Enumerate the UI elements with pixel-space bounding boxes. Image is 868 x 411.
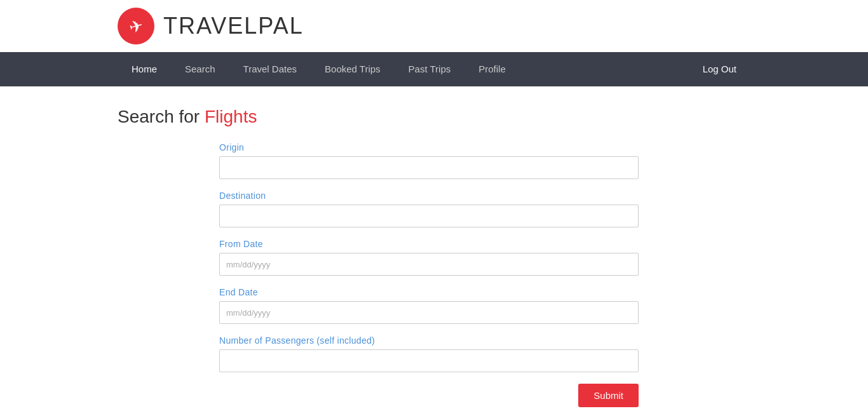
heading-for: for bbox=[174, 107, 205, 126]
main-content: Search for Flights Origin Destination Fr… bbox=[0, 86, 868, 411]
from-date-input[interactable] bbox=[219, 253, 639, 276]
nav-home[interactable]: Home bbox=[118, 52, 171, 86]
navbar: Home Search Travel Dates Booked Trips Pa… bbox=[0, 52, 868, 86]
passengers-group: Number of Passengers (self included) bbox=[219, 335, 639, 372]
logo-area: ✈ TRAVELPAL bbox=[0, 0, 868, 52]
from-date-group: From Date bbox=[219, 239, 639, 276]
nav-booked-trips[interactable]: Booked Trips bbox=[311, 52, 395, 86]
heading-flights: Flights bbox=[205, 107, 257, 126]
page-title: Search for Flights bbox=[118, 107, 750, 127]
destination-group: Destination bbox=[219, 191, 639, 227]
end-date-label: End Date bbox=[219, 287, 639, 297]
origin-input[interactable] bbox=[219, 156, 639, 179]
heading-search: Search bbox=[118, 107, 174, 126]
destination-label: Destination bbox=[219, 191, 639, 201]
plane-icon: ✈ bbox=[126, 15, 145, 37]
flight-search-form: Origin Destination From Date End Date Nu… bbox=[219, 142, 639, 407]
passengers-label: Number of Passengers (self included) bbox=[219, 335, 639, 346]
passengers-input[interactable] bbox=[219, 349, 639, 372]
submit-button[interactable]: Submit bbox=[578, 384, 639, 407]
origin-group: Origin bbox=[219, 142, 639, 179]
origin-label: Origin bbox=[219, 142, 639, 152]
end-date-group: End Date bbox=[219, 287, 639, 324]
nav-profile[interactable]: Profile bbox=[465, 52, 520, 86]
from-date-label: From Date bbox=[219, 239, 639, 249]
nav-travel-dates[interactable]: Travel Dates bbox=[229, 52, 311, 86]
logout-button[interactable]: Log Out bbox=[689, 52, 750, 86]
submit-row: Submit bbox=[219, 384, 639, 407]
logo-icon: ✈ bbox=[118, 8, 154, 44]
end-date-input[interactable] bbox=[219, 301, 639, 324]
nav-search[interactable]: Search bbox=[171, 52, 229, 86]
nav-links: Home Search Travel Dates Booked Trips Pa… bbox=[118, 52, 689, 86]
destination-input[interactable] bbox=[219, 205, 639, 227]
nav-past-trips[interactable]: Past Trips bbox=[395, 52, 465, 86]
logo-text: TRAVELPAL bbox=[163, 13, 304, 39]
